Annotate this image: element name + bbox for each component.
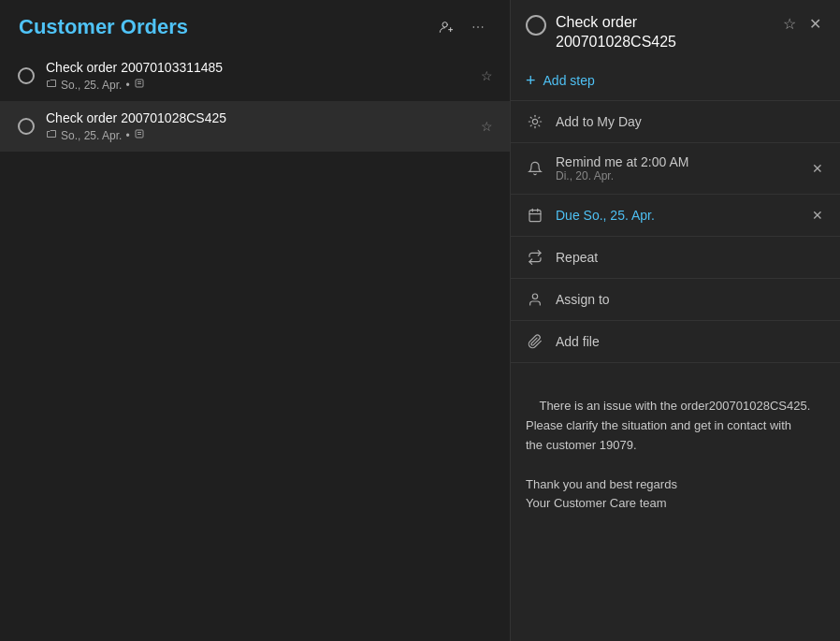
svg-point-10 [532,119,537,124]
remind-sub: Di., 20. Apr. [556,169,799,182]
svg-line-15 [530,117,531,118]
remind-label: Remind me at 2:00 AM [556,154,799,169]
task-item[interactable]: Check order 20070103311485 So., 25. Apr.… [0,51,510,101]
person-add-button[interactable] [433,16,459,38]
task-title-block: Check order 200701028CS425 [556,13,676,52]
assign-to-row[interactable]: Assign to [511,279,840,321]
svg-rect-7 [136,130,143,138]
remind-label-block: Remind me at 2:00 AM Di., 20. Apr. [556,154,799,182]
add-to-my-day-row[interactable]: Add to My Day [511,101,840,143]
task-star-button[interactable]: ☆ [479,66,495,85]
task-name: Check order 20070103311485 [46,60,479,75]
close-detail-button[interactable]: ✕ [805,13,825,35]
svg-rect-19 [529,210,541,221]
svg-point-23 [532,294,537,299]
star-task-button[interactable]: ☆ [779,13,800,35]
task-checkbox[interactable] [18,67,35,84]
right-header-actions: ☆ ✕ [779,13,825,35]
task-star-button[interactable]: ☆ [479,117,495,136]
right-task-header: Check order 200701028CS425 ☆ ✕ [511,0,840,62]
add-step-row[interactable]: + Add step [511,62,840,101]
add-to-my-day-label: Add to My Day [556,114,825,129]
task-name: Check order 200701028CS425 [46,110,479,125]
due-date-label: Due So., 25. Apr. [556,208,799,223]
task-title-line2: 200701028CS425 [556,33,676,52]
svg-line-18 [539,117,540,118]
task-title-line1: Check order [556,13,676,33]
task-complete-button[interactable] [526,15,546,36]
task-item[interactable]: Check order 200701028CS425 So., 25. Apr.… [0,101,510,152]
add-step-label: Add step [543,73,595,88]
svg-line-16 [539,124,540,125]
more-icon [471,20,485,35]
left-header: Customer Orders [0,0,510,51]
person-add-icon [439,20,454,35]
svg-rect-4 [136,80,143,87]
svg-line-17 [530,124,531,125]
svg-point-0 [442,22,447,27]
page-title: Customer Orders [19,15,188,39]
task-date: So., 25. Apr. [61,79,122,92]
folder-icon [46,78,57,92]
add-file-row[interactable]: Add file [511,321,840,363]
dot-separator: • [125,79,129,92]
task-date: So., 25. Apr. [61,129,122,142]
due-date-row[interactable]: Due So., 25. Apr. ✕ [511,195,840,237]
repeat-label: Repeat [556,250,825,265]
person-icon [526,290,544,309]
repeat-row[interactable]: Repeat [511,237,840,279]
task-title-area: Check order 200701028CS425 [526,13,676,52]
task-meta: So., 25. Apr. • [46,128,479,142]
task-list: Check order 20070103311485 So., 25. Apr.… [0,51,510,152]
svg-point-2 [477,26,479,28]
dot-separator: • [125,129,129,142]
task-content: Check order 20070103311485 So., 25. Apr.… [46,60,479,92]
add-file-label: Add file [556,334,825,349]
right-panel: Check order 200701028CS425 ☆ ✕ + Add ste… [510,0,840,641]
remind-close-button[interactable]: ✕ [810,159,825,178]
svg-point-1 [473,26,475,28]
paperclip-icon [526,332,544,351]
add-step-icon: + [526,71,536,91]
task-meta: So., 25. Apr. • [46,78,479,92]
assign-to-label: Assign to [556,292,825,307]
left-panel: Customer Orders Check [0,0,510,641]
calendar-icon [526,206,544,225]
note-icon [134,78,145,92]
sun-icon [526,112,544,131]
header-actions [433,16,491,38]
due-date-close-button[interactable]: ✕ [810,206,825,225]
notes-area[interactable]: There is an issue with the order20070102… [511,363,840,641]
folder-icon [46,128,57,142]
notes-text: There is an issue with the order20070102… [526,399,810,510]
task-content: Check order 200701028CS425 So., 25. Apr.… [46,110,479,142]
note-icon [134,128,145,142]
bell-icon [526,159,544,178]
remind-me-row[interactable]: Remind me at 2:00 AM Di., 20. Apr. ✕ [511,143,840,195]
task-checkbox[interactable] [18,118,35,135]
more-options-button[interactable] [465,16,491,38]
svg-point-3 [482,26,484,28]
repeat-icon [526,248,544,267]
